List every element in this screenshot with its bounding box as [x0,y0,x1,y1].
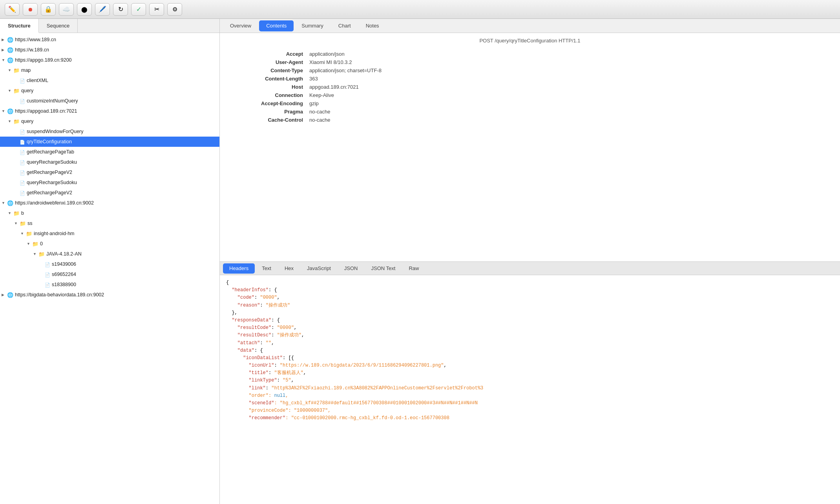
record-tool-btn[interactable]: ⏺ [23,3,38,16]
response-tab-headers[interactable]: Headers [223,263,255,274]
response-tab-json[interactable]: JSON [338,263,364,274]
tree-item[interactable]: 📄suspendWindowForQuery [0,126,219,137]
tree-item[interactable]: ▼📁map [0,65,219,75]
response-tab-text[interactable]: Text [256,263,278,274]
tools-icon: ✂ [154,5,159,13]
header-key: Content-Length [228,75,306,83]
tree-item[interactable]: 📄s18388900 [0,279,219,290]
tree-item[interactable]: 📄clientXML [0,75,219,86]
tree-item[interactable]: 📄s19439006 [0,259,219,269]
tree-item-label: insight-android-hm [34,231,75,236]
tree-item[interactable]: 📄customizeIntNumQuery [0,96,219,106]
tools-tool-btn[interactable]: ✂ [149,3,164,16]
tab-structure[interactable]: Structure [0,19,39,33]
tree-item[interactable]: 📄qryTitleConfiguration [0,137,219,147]
header-row: Hostappgoad.189.cn:7021 [228,83,832,91]
tab-contents[interactable]: Contents [259,20,294,31]
globe-icon: 🌐 [7,292,13,298]
tab-notes[interactable]: Notes [359,20,386,31]
tree-item[interactable]: ▼🌐https://androidwebfenxi.189.cn:9002 [0,198,219,208]
request-headers-area: POST /query/qryTitleConfiguration HTTP/1… [220,33,840,261]
header-value: Keep-Alive [306,91,832,99]
header-key: Cache-Control [228,116,306,124]
response-tab-raw[interactable]: Raw [402,263,425,274]
tree-item-label: 0 [40,241,43,247]
tree-item-label: ss [27,221,33,226]
header-table: Acceptapplication/jsonUser-AgentXiaomi M… [228,50,832,124]
tree-item[interactable]: ▼📁0 [0,239,219,249]
record-icon: ⏺ [27,6,33,13]
globe-icon: 🌐 [7,37,13,43]
tree-item-label: s19439006 [52,261,76,267]
file-icon: 📄 [20,79,25,83]
refresh-tool-btn[interactable]: ↻ [113,3,128,16]
tree-item-label: https://appgoad.189.cn:7021 [15,108,77,114]
tab-overview[interactable]: Overview [223,20,258,31]
pointer-icon: ✏️ [8,5,16,13]
left-tab-row: Structure Sequence [0,19,219,33]
top-tabs: Overview Contents Summary Chart Notes [220,19,840,33]
pen-tool-btn[interactable]: 🖊️ [95,3,110,16]
folder-icon: 📁 [13,210,20,216]
tree-item-label: https://www.189.cn [15,37,56,42]
tree-item[interactable]: 📄queryRechargeSudoku [0,157,219,167]
tree-item[interactable]: 📄getRechargePageV2 [0,188,219,198]
file-plain-icon: 📄 [45,272,50,277]
tree-item[interactable]: 📄queryRechargeSudoku [0,177,219,188]
tree-item[interactable]: ▼📁ss [0,218,219,228]
file-icon: 📄 [20,170,25,175]
tree-item[interactable]: ▼📁b [0,208,219,218]
tree-item-label: getRechargePageTab [27,149,74,155]
file-icon: 📄 [20,140,25,144]
folder-icon: 📁 [20,221,26,226]
request-line: POST /query/qryTitleConfiguration HTTP/1… [228,38,832,44]
response-tab-javascript[interactable]: JavaScript [301,263,337,274]
settings-tool-btn[interactable]: ⚙ [167,3,182,16]
tab-sequence[interactable]: Sequence [39,19,78,33]
file-icon: 📄 [20,99,25,104]
response-tab-json-text[interactable]: JSON Text [365,263,402,274]
header-key: Content-Type [228,66,306,75]
rain-tool-btn[interactable]: ☁️ [59,3,74,16]
header-key: Accept [228,50,306,58]
header-row: Acceptapplication/json [228,50,832,58]
tree-item-label: s69652264 [52,272,76,277]
circle-icon: ⬤ [81,6,88,13]
response-tab-hex[interactable]: Hex [278,263,300,274]
header-row: Accept-Encodinggzip [228,99,832,108]
tab-chart[interactable]: Chart [331,20,358,31]
folder-icon: 📁 [32,241,38,247]
folder-icon: 📁 [13,88,20,94]
main-container: Structure Sequence ▶🌐https://www.189.cn▶… [0,19,840,504]
tree-item[interactable]: ▶🌐https://w.189.cn [0,45,219,55]
globe-icon: 🌐 [7,200,13,206]
tree-item[interactable]: 📄getRechargePageV2 [0,167,219,177]
folder-icon: 📁 [13,68,20,73]
file-icon: 📄 [20,181,25,185]
header-value: Xiaomi MI 8/10.3.2 [306,58,832,66]
tree-item[interactable]: ▼🌐https://appgo.189.cn:9200 [0,55,219,65]
circle-tool-btn[interactable]: ⬤ [77,3,92,16]
right-panel: Overview Contents Summary Chart Notes PO… [220,19,840,504]
pen-icon: 🖊️ [99,5,106,13]
tree-item[interactable]: ▼📁JAVA-4.18.2-AN [0,249,219,259]
refresh-icon: ↻ [118,5,123,13]
tab-summary[interactable]: Summary [294,20,331,31]
folder-icon: 📁 [26,231,32,237]
tree-item[interactable]: 📄getRechargePageTab [0,147,219,157]
tree-item-label: map [21,68,31,73]
tree-item-label: queryRechargeSudoku [27,159,77,165]
check-tool-btn[interactable]: ✓ [131,3,146,16]
tree: ▶🌐https://www.189.cn▶🌐https://w.189.cn▼🌐… [0,33,219,504]
tree-item[interactable]: 📄s69652264 [0,269,219,279]
pointer-tool-btn[interactable]: ✏️ [5,3,20,16]
tree-item[interactable]: ▼📁query [0,116,219,126]
tree-item[interactable]: ▶🌐https://www.189.cn [0,35,219,45]
tree-item[interactable]: ▶🌐https://bigdata-behaviordata.189.cn:90… [0,290,219,300]
tree-item[interactable]: ▼📁insight-android-hm [0,228,219,239]
ssl-tool-btn[interactable]: 🔒 [41,3,56,16]
tree-item[interactable]: ▼🌐https://appgoad.189.cn:7021 [0,106,219,116]
tree-item[interactable]: ▼📁query [0,86,219,96]
header-row: Content-Length363 [228,75,832,83]
header-value: no-cache [306,108,832,116]
